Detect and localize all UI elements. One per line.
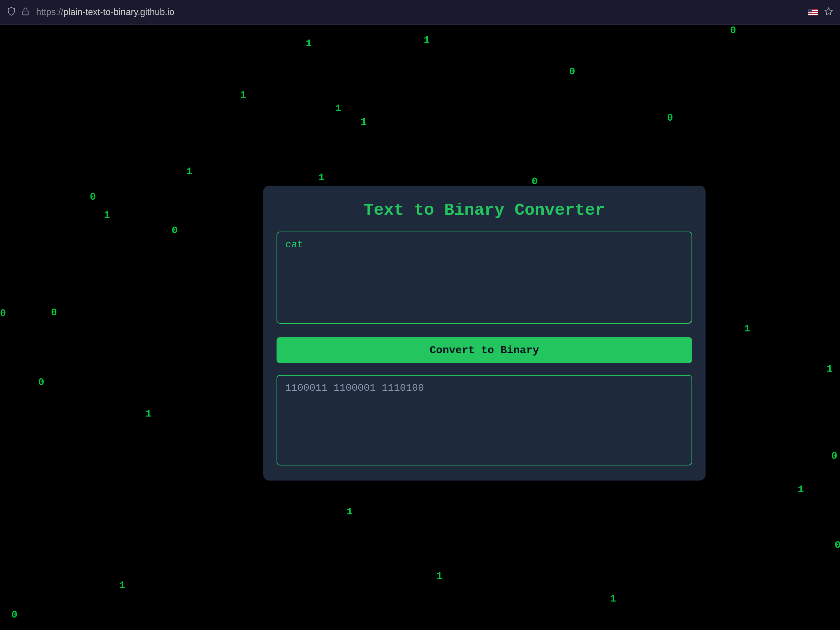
bg-digit: 0 <box>0 308 6 319</box>
bg-digit: 1 <box>240 90 246 101</box>
bg-digit: 0 <box>172 225 178 236</box>
bg-digit: 1 <box>744 323 750 335</box>
bg-digit: 1 <box>335 103 341 114</box>
bg-digit: 1 <box>347 506 353 517</box>
page-content: 1100111011001000110101101110 Text to Bin… <box>0 25 840 630</box>
bg-digit: 0 <box>835 540 840 551</box>
bg-digit: 1 <box>798 484 804 495</box>
bg-digit: 0 <box>730 25 736 36</box>
bg-digit: 1 <box>186 166 193 177</box>
bg-digit: 1 <box>361 116 367 128</box>
output-wrap <box>276 375 692 467</box>
binary-output[interactable] <box>276 375 692 466</box>
browser-security-icons <box>7 7 30 18</box>
bg-digit: 1 <box>104 210 110 221</box>
browser-right-icons <box>808 7 833 18</box>
bg-digit: 1 <box>306 38 312 49</box>
card-title: Text to Binary Converter <box>276 201 692 220</box>
bg-digit: 1 <box>827 363 833 375</box>
bg-digit: 0 <box>51 307 57 318</box>
url-domain: plain-text-to-binary.github.io <box>63 7 174 17</box>
svg-rect-0 <box>23 11 28 15</box>
bg-digit: 1 <box>424 35 430 46</box>
text-input[interactable] <box>276 232 692 324</box>
lock-icon <box>21 7 30 18</box>
flag-icon[interactable] <box>808 9 818 16</box>
url-display[interactable]: https://plain-text-to-binary.github.io <box>36 7 174 17</box>
bg-digit: 1 <box>610 593 616 605</box>
shield-icon[interactable] <box>7 7 16 18</box>
convert-button[interactable]: Convert to Binary <box>276 337 692 363</box>
bookmark-star-icon[interactable] <box>824 7 833 18</box>
bg-digit: 1 <box>436 570 442 582</box>
browser-address-bar: https://plain-text-to-binary.github.io <box>0 0 840 25</box>
bg-digit: 0 <box>38 377 44 388</box>
bg-digit: 1 <box>319 172 324 183</box>
url-protocol: https:// <box>36 7 63 17</box>
bg-digit: 0 <box>831 450 837 462</box>
input-wrap <box>276 232 692 337</box>
bg-digit: 1 <box>145 408 152 420</box>
bg-digit: 0 <box>11 609 17 621</box>
bg-digit: 0 <box>90 191 96 203</box>
bg-digit: 0 <box>569 66 575 77</box>
converter-card: Text to Binary Converter Convert to Bina… <box>263 186 706 480</box>
bg-digit: 0 <box>667 112 673 124</box>
bg-digit: 1 <box>119 580 125 591</box>
